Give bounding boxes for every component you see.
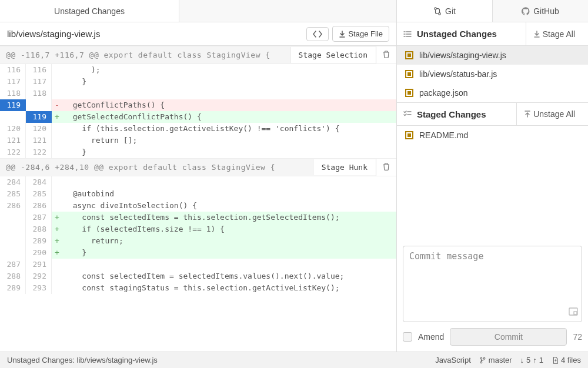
file-header: lib/views/staging-view.js Stage File (0, 22, 396, 46)
diff-marker (52, 64, 62, 76)
line-number-new: 289 (26, 235, 52, 247)
line-number-old: 285 (0, 188, 26, 200)
amend-checkbox[interactable] (403, 332, 412, 342)
svg-point-6 (480, 362, 482, 363)
diff-line[interactable]: 287291 (0, 259, 396, 270)
diff-code (62, 176, 396, 188)
diff-line[interactable]: 120120 if (this.selection.getActiveListK… (0, 123, 396, 135)
char-count: 72 (573, 332, 582, 342)
diff-line[interactable]: 119+ getSelectedConflictPaths() { (0, 111, 396, 123)
status-files[interactable]: 4 files (552, 356, 581, 364)
line-number-new: 293 (26, 282, 52, 294)
staged-file-list: README.md (397, 126, 588, 145)
line-number-old: 119 (0, 99, 26, 111)
diff-line[interactable]: 117117 } (0, 76, 396, 88)
tab-git[interactable]: Git (397, 0, 493, 22)
stage-file-button[interactable]: Stage File (332, 26, 389, 42)
line-number-old: 120 (0, 123, 26, 135)
right-tabs: Git GitHub (397, 0, 588, 22)
tab-github[interactable]: GitHub (493, 0, 588, 22)
unstaged-title: Unstaged Changes (417, 29, 497, 39)
staged-title: Staged Changes (417, 109, 486, 119)
unstaged-section-header: Unstaged Changes Stage All (397, 22, 588, 46)
line-number-new: 290 (26, 247, 52, 259)
status-fetch[interactable]: ↓ 5 ↑ 1 (520, 356, 543, 364)
discard-hunk-button[interactable] (376, 159, 396, 176)
line-number-old (0, 223, 26, 235)
diff-view: @@ -116,7 +116,7 @@ export default class… (0, 46, 396, 352)
diff-code (62, 259, 396, 270)
left-tabs: Unstaged Changes (0, 0, 396, 22)
file-item[interactable]: README.md (397, 126, 588, 145)
stage-hunk-button[interactable]: Stage Hunk (313, 159, 376, 175)
file-item[interactable]: lib/views/status-bar.js (397, 65, 588, 83)
diff-line[interactable]: 284284 (0, 176, 396, 188)
line-number-new: 119 (26, 111, 52, 123)
diff-code: return; (62, 235, 396, 247)
diff-code: const stagingStatus = this.selection.get… (62, 282, 396, 294)
status-branch[interactable]: master (479, 356, 512, 364)
diff-marker: + (52, 235, 62, 247)
diff-marker (52, 88, 62, 99)
unstage-all-button[interactable]: Unstage All (516, 103, 582, 125)
diff-line[interactable]: 289293 const stagingStatus = this.select… (0, 282, 396, 294)
diff-code: const selectedItems = this.selection.get… (62, 212, 396, 223)
diff-line[interactable]: 121121 return []; (0, 135, 396, 146)
line-number-new: 121 (26, 135, 52, 146)
line-number-new: 117 (26, 76, 52, 88)
line-number-new: 285 (26, 188, 52, 200)
file-item[interactable]: lib/views/staging-view.js (397, 46, 588, 65)
svg-point-5 (483, 357, 485, 359)
commit-button[interactable]: Commit (450, 328, 567, 346)
toggle-diff-button[interactable] (306, 27, 329, 41)
tab-unstaged-changes[interactable]: Unstaged Changes (0, 0, 179, 22)
unstage-all-label: Unstage All (533, 109, 575, 119)
diff-marker (52, 135, 62, 146)
diff-line[interactable]: 119- getConflictPaths() { (0, 99, 396, 111)
diff-marker (52, 176, 62, 188)
commit-message-input[interactable]: Commit message (403, 246, 582, 322)
modified-icon (405, 51, 413, 59)
diff-line[interactable]: 285285 @autobind (0, 188, 396, 200)
diff-code: } (62, 247, 396, 259)
file-item-path: README.md (419, 131, 468, 140)
discard-hunk-button[interactable] (376, 46, 396, 63)
stage-all-button[interactable]: Stage All (526, 22, 582, 45)
line-number-new (26, 99, 52, 111)
svg-rect-3 (574, 312, 577, 315)
file-item[interactable]: package.json (397, 83, 588, 102)
diff-line[interactable]: 288292 const selectedItem = selectedItem… (0, 270, 396, 282)
line-number-new: 120 (26, 123, 52, 135)
github-icon (522, 7, 530, 15)
modified-icon (405, 70, 413, 78)
svg-point-4 (480, 357, 482, 359)
diff-line[interactable]: 122122 } (0, 146, 396, 158)
diff-line[interactable]: 289+ return; (0, 235, 396, 247)
line-number-new: 287 (26, 212, 52, 223)
diff-code: } (62, 76, 396, 88)
diff-marker (52, 259, 62, 270)
hunk-header-text: @@ -284,6 +284,10 @@ export default clas… (0, 159, 313, 175)
line-number-new: 118 (26, 88, 52, 99)
stage-hunk-button[interactable]: Stage Selection (290, 47, 376, 63)
line-number-old: 286 (0, 200, 26, 212)
amend-label: Amend (418, 332, 444, 342)
stage-file-label: Stage File (348, 29, 383, 38)
list-icon (403, 29, 412, 39)
diff-line[interactable]: 288+ if (selectedItems.size !== 1) { (0, 223, 396, 235)
modified-icon (405, 131, 413, 139)
diff-line[interactable]: 290+ } (0, 247, 396, 259)
diff-line[interactable]: 116116 ); (0, 64, 396, 76)
status-down-count: 5 (526, 356, 530, 364)
status-language[interactable]: JavaScript (435, 356, 471, 364)
diff-code: const selectedItem = selectedItems.value… (62, 270, 396, 282)
diff-marker: + (52, 247, 62, 259)
diff-line[interactable]: 118118 (0, 88, 396, 99)
line-number-new: 286 (26, 200, 52, 212)
diff-code: return []; (62, 135, 396, 146)
diff-line[interactable]: 286286 async diveIntoSelection() { (0, 200, 396, 212)
file-item-path: lib/views/status-bar.js (419, 69, 497, 79)
diff-line[interactable]: 287+ const selectedItems = this.selectio… (0, 212, 396, 223)
status-files-label: 4 files (561, 356, 581, 364)
expand-icon[interactable] (569, 307, 578, 318)
